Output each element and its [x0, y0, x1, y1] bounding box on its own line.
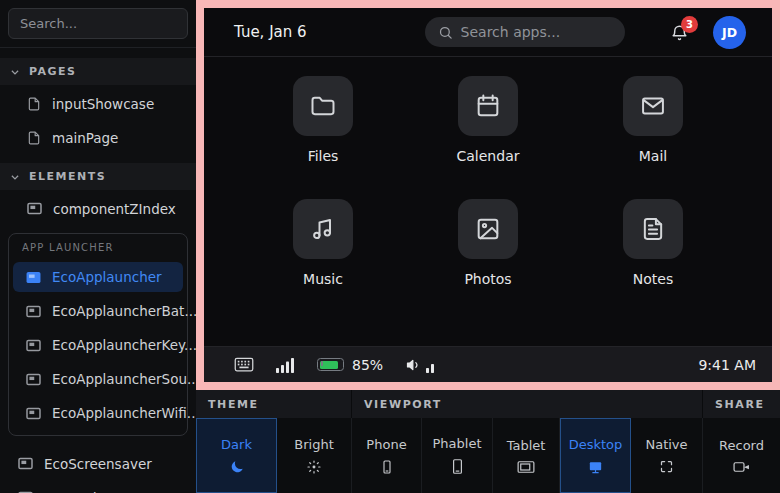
- app-search-input[interactable]: [461, 24, 601, 40]
- tablet-icon: [517, 460, 535, 474]
- sidebar-item-label: EcoApplauncherSou...: [52, 371, 200, 387]
- notes-icon: [623, 199, 683, 259]
- avatar[interactable]: JD: [713, 16, 746, 49]
- date-label: Tue, Jan 6: [234, 23, 307, 41]
- fullscreen-icon: [659, 459, 674, 474]
- sidebar-item-mainPage[interactable]: mainPage: [0, 122, 196, 153]
- sidebar-item-ecoapplauncher[interactable]: EcoApplauncher: [13, 262, 183, 292]
- theme-dark-button[interactable]: Dark: [196, 418, 277, 493]
- sidebar-item-inputShowcase[interactable]: inputShowcase: [0, 88, 196, 119]
- sidebar-item-label: EcoScreensaver: [44, 456, 152, 472]
- app-label: Files: [308, 148, 339, 164]
- monitor-icon: [587, 459, 604, 475]
- app-calendar[interactable]: Calendar: [433, 76, 543, 164]
- chevron-down-icon: [10, 172, 20, 182]
- video-camera-icon: [733, 460, 750, 474]
- app-music[interactable]: Music: [268, 199, 378, 287]
- share-record-button[interactable]: Record: [703, 418, 780, 493]
- sidebar-item-label: mainPage: [52, 130, 118, 146]
- section-label: VIEWPORT: [364, 398, 442, 411]
- viewport-phone-button[interactable]: Phone: [352, 418, 422, 493]
- sidebar-item-ecoscreensaver[interactable]: EcoScreensaver: [0, 448, 196, 479]
- sun-icon: [306, 459, 322, 475]
- component-icon: [18, 457, 33, 470]
- component-preview-frame: Tue, Jan 6 3 JD: [196, 0, 780, 390]
- button-label: Desktop: [569, 437, 623, 452]
- search-icon: [438, 25, 453, 40]
- sidebar-item-label: getZIndex: [44, 490, 113, 493]
- sidebar-item-label: componentZIndex: [53, 201, 176, 217]
- viewport-phablet-button[interactable]: Phablet: [422, 418, 493, 493]
- clock-label: 9:41 AM: [698, 357, 756, 373]
- sidebar-item-label: EcoApplauncherBat...: [52, 303, 197, 319]
- button-label: Phablet: [432, 436, 481, 451]
- app-search: [425, 17, 625, 47]
- calendar-icon: [458, 76, 518, 136]
- mail-icon: [623, 76, 683, 136]
- component-icon: [26, 373, 41, 386]
- viewport-tablet-button[interactable]: Tablet: [493, 418, 560, 493]
- component-icon: [26, 271, 41, 284]
- viewport-desktop-button[interactable]: Desktop: [560, 418, 631, 493]
- moon-icon: [229, 459, 245, 475]
- phablet-icon: [449, 458, 466, 475]
- notifications-button[interactable]: 3: [670, 23, 689, 42]
- component-icon: [26, 339, 41, 352]
- sidebar-search-input[interactable]: [8, 8, 188, 39]
- sidebar-search: [0, 0, 196, 48]
- group-label: APP LAUNCHER: [13, 239, 183, 258]
- app-label: Photos: [464, 271, 511, 287]
- button-label: Phone: [366, 437, 406, 452]
- toolbar-section-theme: THEME: [196, 390, 352, 418]
- app-files[interactable]: Files: [268, 76, 378, 164]
- notification-badge: 3: [681, 16, 698, 33]
- app-label: Mail: [639, 148, 667, 164]
- file-icon: [27, 97, 41, 111]
- sidebar-item-ecoapplauncherbat[interactable]: EcoApplauncherBat...: [13, 296, 183, 326]
- sidebar-item-getzindex[interactable]: getZIndex: [0, 482, 196, 493]
- sidebar-item-componentZIndex[interactable]: componentZIndex: [0, 193, 196, 224]
- button-label: Bright: [294, 437, 333, 452]
- app-grid: Files Calendar Mail: [204, 57, 772, 346]
- section-header-pages[interactable]: PAGES: [0, 58, 196, 85]
- section-header-elements[interactable]: ELEMENTS: [0, 163, 196, 190]
- sidebar-item-label: EcoApplauncherWifi...: [52, 405, 200, 421]
- section-label: PAGES: [29, 65, 77, 78]
- sidebar-item-ecoapplaunchersou[interactable]: EcoApplauncherSou...: [13, 364, 183, 394]
- signal-strength-icon: [276, 357, 295, 373]
- battery-percent: 85%: [352, 357, 383, 373]
- folder-icon: [293, 76, 353, 136]
- app-notes[interactable]: Notes: [598, 199, 708, 287]
- button-label: Native: [645, 437, 687, 452]
- launcher-statusbar: 85% 9:41 AM: [204, 346, 772, 382]
- app-label: Music: [303, 271, 343, 287]
- app-label: Notes: [633, 271, 673, 287]
- app-mail[interactable]: Mail: [598, 76, 708, 164]
- phone-icon: [379, 459, 395, 475]
- mini-signal-icon: [426, 360, 437, 373]
- battery-indicator: 85%: [317, 357, 383, 373]
- file-icon: [27, 131, 41, 145]
- photos-icon: [458, 199, 518, 259]
- viewport-native-button[interactable]: Native: [631, 418, 703, 493]
- button-label: Record: [719, 438, 764, 453]
- app-photos[interactable]: Photos: [433, 199, 543, 287]
- keyboard-icon: [234, 357, 254, 372]
- toolbar-section-share: SHARE: [703, 390, 780, 418]
- app-launcher-preview: Tue, Jan 6 3 JD: [204, 8, 772, 382]
- theme-bright-button[interactable]: Bright: [277, 418, 352, 493]
- speaker-icon: [405, 357, 422, 373]
- launcher-topbar: Tue, Jan 6 3 JD: [204, 8, 772, 57]
- app-launcher-group: APP LAUNCHER EcoApplauncher EcoApplaunch…: [8, 233, 188, 436]
- toolbar-section-viewport: VIEWPORT: [352, 390, 703, 418]
- component-sidebar: PAGES inputShowcase mainPage ELEMENTS co…: [0, 0, 196, 493]
- button-label: Tablet: [507, 438, 546, 453]
- sidebar-item-label: EcoApplauncherKey...: [52, 337, 197, 353]
- sidebar-item-ecoapplauncherkey[interactable]: EcoApplauncherKey...: [13, 330, 183, 360]
- sidebar-item-label: EcoApplauncher: [52, 269, 162, 285]
- volume-indicator: [405, 357, 437, 373]
- component-icon: [27, 202, 42, 215]
- sidebar-item-ecoapplauncherwifi[interactable]: EcoApplauncherWifi...: [13, 398, 183, 428]
- chevron-down-icon: [10, 67, 20, 77]
- battery-icon: [317, 358, 344, 371]
